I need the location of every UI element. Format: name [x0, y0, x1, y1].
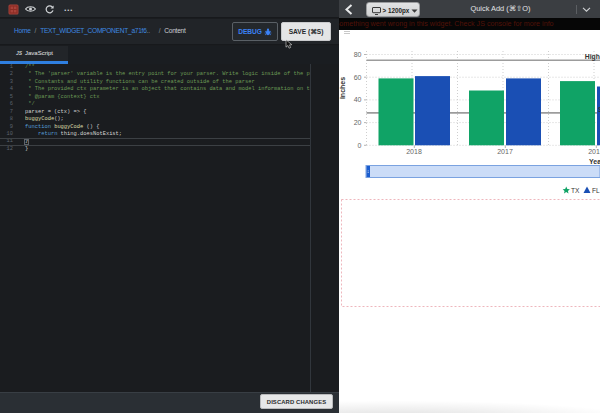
- svg-text:40: 40: [354, 96, 362, 103]
- svg-text:60: 60: [354, 74, 362, 81]
- svg-text:20: 20: [354, 119, 362, 126]
- svg-text:Highest: Highest: [585, 53, 600, 61]
- svg-text:2016: 2016: [588, 148, 600, 155]
- svg-text:0: 0: [358, 142, 362, 149]
- svg-text:Inches: Inches: [339, 77, 346, 99]
- svg-text:Year: Year: [589, 158, 600, 165]
- svg-text:80: 80: [354, 51, 362, 58]
- svg-text:TX: TX: [571, 187, 580, 194]
- svg-text:2017: 2017: [497, 148, 513, 155]
- svg-text:FL: FL: [592, 187, 600, 194]
- svg-text:2018: 2018: [406, 148, 422, 155]
